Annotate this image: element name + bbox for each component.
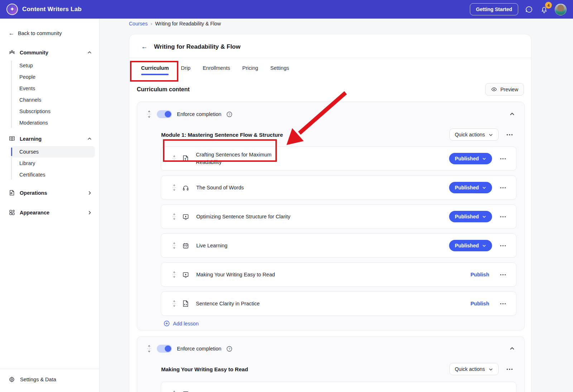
add-lesson-button[interactable]: Add lesson — [164, 320, 524, 326]
lesson-left: Sentence Clarity in Practice — [172, 300, 260, 308]
published-status-button[interactable]: Published — [449, 211, 492, 222]
sidebar-section-appearance[interactable]: Appearance — [0, 206, 99, 219]
lesson-options-button[interactable] — [499, 243, 507, 248]
published-label: Published — [455, 243, 479, 248]
collapse-chevron-up-icon[interactable] — [509, 111, 515, 117]
notifications-icon[interactable]: 4 — [540, 5, 548, 14]
enforce-completion-toggle[interactable] — [157, 110, 172, 118]
tab-pricing[interactable]: Pricing — [242, 63, 258, 76]
lesson-options-button[interactable] — [499, 156, 507, 161]
breadcrumb: Courses › Writing for Readability & Flow — [129, 20, 221, 26]
drag-handle-icon[interactable] — [172, 390, 177, 392]
course-header: ← Writing for Readability & Flow — [129, 34, 531, 58]
getting-started-button[interactable]: Getting Started — [470, 3, 518, 15]
lesson-actions: Publish — [471, 272, 507, 277]
lesson-left: Making Your Writing Easy to Read — [172, 271, 275, 279]
drag-handle-icon[interactable] — [146, 110, 152, 118]
tab-drip[interactable]: Drip — [181, 63, 191, 76]
published-label: Published — [455, 156, 479, 161]
sidebar-item-library[interactable]: Library — [10, 158, 95, 169]
lesson-options-button[interactable] — [499, 185, 507, 190]
sidebar-section-learning[interactable]: Learning — [0, 132, 99, 145]
module-1-header: Enforce completion ? — [137, 102, 524, 118]
published-status-button[interactable]: Published — [449, 153, 492, 164]
sidebar-footer: Settings & Data — [0, 369, 99, 392]
lesson-options-button[interactable] — [499, 272, 507, 277]
lesson-row-making-writing-easy[interactable]: Making Your Writing Easy to Read Publish — [161, 262, 516, 287]
lesson-row-optimizing-structure[interactable]: Optimizing Sentence Structure for Clarit… — [161, 204, 516, 229]
sidebar-item-setup[interactable]: Setup — [10, 60, 95, 71]
lesson-row-sentence-clarity[interactable]: Sentence Clarity in Practice Publish — [161, 291, 516, 316]
drag-handle-icon[interactable] — [172, 155, 177, 163]
learning-book-icon — [9, 135, 15, 142]
help-icon[interactable]: ? — [226, 346, 232, 352]
lesson-row-live-learning[interactable]: Live Learning Published — [161, 233, 516, 258]
sidebar-item-courses[interactable]: Courses — [10, 146, 95, 158]
sidebar-item-people[interactable]: People — [10, 71, 95, 83]
publish-link[interactable]: Publish — [471, 272, 489, 277]
ellipsis-icon — [500, 187, 506, 189]
section-label: Appearance — [20, 210, 49, 216]
course-back-arrow-icon[interactable]: ← — [141, 43, 148, 50]
drag-handle-icon[interactable] — [172, 271, 177, 279]
lesson-actions: Published — [449, 153, 507, 164]
sidebar-section-operations[interactable]: Operations — [0, 186, 99, 199]
publish-link[interactable]: Publish — [471, 301, 489, 306]
lesson-row-sound-of-words[interactable]: The Sound of Words Published — [161, 175, 516, 200]
eye-icon — [491, 86, 497, 92]
sidebar-item-events[interactable]: Events — [10, 83, 95, 94]
back-to-community-label: Back to community — [18, 30, 62, 36]
sidebar-section-community[interactable]: Community — [0, 46, 99, 59]
admin-sidebar: ← Back to community Community Setup Peop… — [0, 19, 100, 392]
module-options-button[interactable] — [505, 367, 514, 372]
preview-button[interactable]: Preview — [485, 83, 524, 96]
tab-enrollments[interactable]: Enrollments — [203, 63, 230, 76]
settings-and-data-link[interactable]: Settings & Data — [9, 376, 91, 383]
tab-settings[interactable]: Settings — [270, 63, 289, 76]
svg-text:?: ? — [228, 112, 230, 116]
notification-badge: 4 — [545, 2, 552, 9]
sidebar-item-subscriptions[interactable]: Subscriptions — [10, 106, 95, 117]
section-label: Community — [20, 50, 48, 55]
sidebar-item-moderations[interactable]: Moderations — [10, 117, 95, 129]
lesson-row-crafting-sentences[interactable]: T Crafting Sentences for Maximum Readabi… — [161, 146, 516, 171]
drag-handle-icon[interactable] — [172, 213, 177, 221]
chevron-down-icon — [482, 243, 486, 248]
code-lesson-icon — [182, 300, 189, 307]
user-avatar[interactable] — [555, 4, 567, 15]
collapse-chevron-up-icon[interactable] — [509, 346, 515, 352]
published-label: Published — [455, 214, 479, 219]
published-status-button[interactable]: Published — [449, 240, 492, 251]
tab-curriculum[interactable]: Curriculum — [141, 63, 169, 76]
video-lesson-icon — [182, 271, 189, 278]
drag-handle-icon[interactable] — [172, 300, 177, 308]
brand-logo-icon[interactable]: ✦ — [6, 4, 18, 15]
drag-handle-icon[interactable] — [172, 184, 177, 192]
module-options-button[interactable] — [505, 132, 514, 137]
video-lesson-icon — [182, 213, 189, 220]
drag-handle-icon[interactable] — [172, 242, 177, 250]
back-to-community-link[interactable]: ← Back to community — [9, 30, 99, 37]
lesson-row-partial[interactable] — [161, 382, 516, 392]
plus-circle-icon — [164, 320, 170, 326]
ellipsis-icon — [500, 245, 506, 247]
sidebar-item-channels[interactable]: Channels — [10, 94, 95, 106]
drag-handle-icon[interactable] — [146, 344, 152, 353]
ellipsis-icon — [500, 274, 506, 276]
quick-actions-button[interactable]: Quick actions — [449, 363, 499, 375]
breadcrumb-courses-link[interactable]: Courses — [129, 21, 148, 26]
quick-actions-button[interactable]: Quick actions — [449, 129, 499, 141]
messages-icon[interactable] — [525, 5, 533, 14]
enforce-completion-toggle[interactable] — [157, 345, 172, 353]
gear-icon — [9, 376, 15, 383]
module-1-title-row: Module 1: Mastering Sentence Flow & Stru… — [137, 118, 524, 141]
sidebar-item-certificates[interactable]: Certificates — [10, 169, 95, 180]
text-lesson-icon: T — [182, 155, 189, 162]
curriculum-content-heading: Curriculum content — [137, 86, 190, 93]
add-lesson-label: Add lesson — [173, 321, 199, 326]
lesson-options-button[interactable] — [499, 214, 507, 219]
help-icon[interactable]: ? — [226, 111, 232, 117]
curriculum-header-row: Curriculum content Preview — [129, 79, 531, 96]
lesson-options-button[interactable] — [499, 301, 507, 306]
published-status-button[interactable]: Published — [449, 182, 492, 193]
